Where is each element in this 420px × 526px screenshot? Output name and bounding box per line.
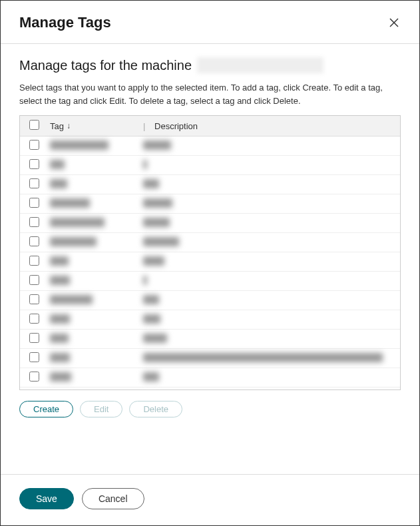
description-value [143,179,159,188]
tag-value [50,140,108,150]
description-value [143,334,167,343]
row-checkbox[interactable] [29,159,39,169]
tags-table-scroll[interactable]: Tag ↓ | Description [20,116,400,390]
description-cell [138,136,400,156]
table-body [20,136,400,388]
description-column-header[interactable]: | Description [138,116,400,136]
table-row[interactable] [20,252,400,272]
row-checkbox[interactable] [29,217,39,227]
tag-value [50,353,70,362]
row-checkbox[interactable] [29,352,39,362]
table-row[interactable] [20,310,400,330]
row-checkbox-cell [20,156,45,175]
dialog-footer: Save Cancel [1,475,419,525]
description-cell [138,194,400,214]
tag-value [50,256,69,266]
tag-value [50,372,71,382]
row-checkbox-cell [20,136,45,156]
table-row[interactable] [20,156,400,175]
tag-value [50,276,70,285]
row-checkbox[interactable] [29,140,39,150]
row-checkbox[interactable] [29,294,39,304]
row-checkbox[interactable] [29,333,39,343]
row-checkbox[interactable] [29,178,39,188]
description-value [143,276,147,285]
tag-cell [45,330,138,349]
description-value [143,353,383,362]
row-checkbox[interactable] [29,256,39,266]
row-checkbox-cell [20,175,45,194]
description-value [143,160,147,169]
delete-button[interactable]: Delete [129,401,182,417]
description-text: Select tags that you want to apply to th… [19,81,401,107]
description-cell [138,291,400,310]
create-button[interactable]: Create [19,401,73,417]
tag-cell [45,194,138,214]
description-value [143,372,159,382]
row-checkbox-cell [20,291,45,310]
row-checkbox[interactable] [29,275,39,285]
description-cell [138,233,400,252]
description-value [143,256,164,266]
description-value [143,218,170,227]
edit-button[interactable]: Edit [80,401,122,417]
subtitle-prefix: Manage tags for the machine [19,58,192,73]
table-row[interactable] [20,175,400,194]
table-row[interactable] [20,368,400,388]
tag-cell [45,175,138,194]
tag-cell [45,136,138,156]
row-checkbox[interactable] [29,372,39,382]
tag-value [50,160,65,169]
table-row[interactable] [20,136,400,156]
tag-cell [45,368,138,388]
row-checkbox-cell [20,330,45,349]
tag-cell [45,310,138,330]
tag-column-header[interactable]: Tag ↓ [45,116,138,136]
action-buttons-row: Create Edit Delete [19,401,401,417]
table-row[interactable] [20,233,400,252]
table-row[interactable] [20,272,400,291]
row-checkbox-cell [20,194,45,214]
table-row[interactable] [20,349,400,368]
description-cell [138,175,400,194]
save-button[interactable]: Save [19,488,74,509]
tag-value [50,237,97,246]
tag-cell [45,252,138,272]
table-row[interactable] [20,330,400,349]
close-icon [389,17,399,28]
tag-cell [45,272,138,291]
table-row[interactable] [20,291,400,310]
tag-value [50,334,69,343]
table-row[interactable] [20,214,400,233]
description-cell [138,252,400,272]
close-button[interactable] [387,16,401,29]
dialog-title: Manage Tags [19,14,111,31]
select-all-checkbox[interactable] [29,120,39,130]
column-separator: | [143,121,152,131]
tag-cell [45,233,138,252]
cancel-button[interactable]: Cancel [82,488,144,509]
description-cell [138,368,400,388]
row-checkbox-cell [20,310,45,330]
description-cell [138,310,400,330]
dialog-header: Manage Tags [1,1,419,43]
description-cell [138,214,400,233]
tag-value [50,314,70,324]
row-checkbox-cell [20,214,45,233]
tag-cell [45,214,138,233]
description-cell [138,349,400,368]
select-all-header [20,116,45,136]
tags-table-container: Tag ↓ | Description [19,115,401,390]
subtitle: Manage tags for the machine [19,57,401,73]
table-row[interactable] [20,194,400,214]
row-checkbox[interactable] [29,236,39,246]
dialog-body: Manage tags for the machine Select tags … [1,44,419,458]
tag-header-label: Tag [50,121,64,131]
machine-name [197,57,323,73]
row-checkbox[interactable] [29,314,39,324]
sort-down-icon: ↓ [67,121,71,131]
tag-cell [45,349,138,368]
tag-cell [45,291,138,310]
row-checkbox[interactable] [29,198,39,208]
description-value [143,140,171,150]
